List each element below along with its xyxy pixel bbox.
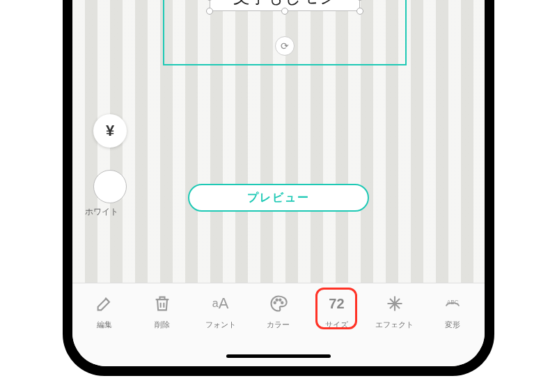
font-icon: aA bbox=[209, 292, 233, 315]
resize-handle-ml[interactable] bbox=[206, 0, 213, 1]
sparkle-icon bbox=[383, 292, 407, 315]
resize-handle-mr[interactable] bbox=[356, 0, 363, 1]
resize-handle-bm[interactable] bbox=[281, 8, 288, 15]
trash-icon bbox=[150, 292, 174, 315]
app-screen: 文字もじモジ ⟳ ¥ ホワイト プレビュー bbox=[72, 0, 485, 366]
resize-handle-br[interactable] bbox=[356, 8, 363, 15]
product-color-label: ホワイト bbox=[85, 206, 118, 218]
tool-transform[interactable]: ABC 変形 bbox=[424, 292, 482, 330]
size-value: 72 bbox=[324, 292, 348, 315]
tool-edit[interactable]: 編集 bbox=[75, 292, 133, 330]
transform-icon: ABC bbox=[441, 292, 464, 315]
yen-icon: ¥ bbox=[106, 122, 114, 140]
phone-frame: 文字もじモジ ⟳ ¥ ホワイト プレビュー bbox=[63, 0, 494, 376]
tool-font-label: フォント bbox=[205, 320, 236, 330]
palette-icon bbox=[267, 292, 290, 315]
tool-effect-label: エフェクト bbox=[375, 320, 414, 330]
tool-effect[interactable]: エフェクト bbox=[366, 292, 423, 330]
tool-size[interactable]: 72 サイズ bbox=[308, 292, 366, 330]
design-canvas[interactable]: 文字もじモジ ⟳ ¥ ホワイト プレビュー bbox=[72, 0, 485, 288]
svg-point-1 bbox=[276, 299, 277, 301]
tool-size-label: サイズ bbox=[325, 320, 348, 330]
preview-label: プレビュー bbox=[247, 191, 310, 205]
print-area-bounds: 文字もじモジ ⟳ bbox=[163, 0, 407, 65]
preview-button[interactable]: プレビュー bbox=[188, 184, 369, 212]
tool-color-label: カラー bbox=[267, 320, 290, 330]
tool-edit-label: 編集 bbox=[97, 320, 112, 330]
svg-text:ABC: ABC bbox=[447, 299, 459, 306]
resize-handle-bl[interactable] bbox=[206, 8, 213, 15]
svg-point-0 bbox=[274, 302, 276, 304]
tool-delete-label: 削除 bbox=[155, 320, 170, 330]
edit-icon bbox=[93, 292, 116, 315]
text-object[interactable]: 文字もじモジ bbox=[210, 0, 360, 11]
price-button[interactable]: ¥ bbox=[93, 114, 127, 148]
tool-delete[interactable]: 削除 bbox=[133, 292, 191, 330]
tool-color[interactable]: カラー bbox=[249, 292, 307, 330]
home-indicator[interactable] bbox=[226, 354, 331, 358]
svg-point-2 bbox=[279, 299, 281, 301]
tool-font[interactable]: aA フォント bbox=[191, 292, 249, 330]
product-color-swatch[interactable] bbox=[93, 170, 127, 203]
svg-point-3 bbox=[281, 302, 283, 304]
bottom-toolbar: 編集 削除 aA フォント カラー 72 サイズ bbox=[72, 283, 485, 366]
tool-transform-label: 変形 bbox=[445, 320, 460, 330]
rotate-handle[interactable]: ⟳ bbox=[275, 36, 295, 56]
